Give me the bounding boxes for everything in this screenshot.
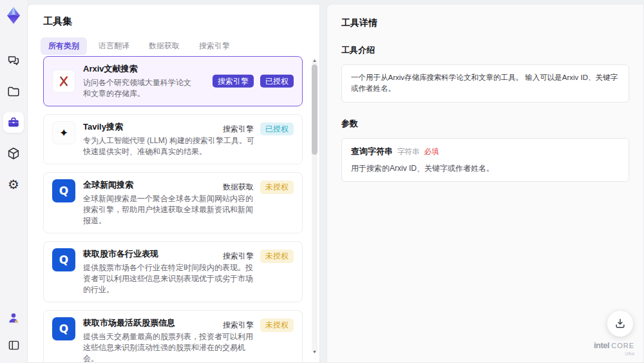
panel-collapse-icon (7, 338, 21, 352)
sidebar: ⚙ (0, 0, 27, 363)
tool-category-badge: 搜索引擎 (213, 75, 254, 88)
param-name: 查询字符串 (351, 146, 393, 157)
tool-category-label: 搜索引擎 (223, 251, 254, 262)
tab-all-categories[interactable]: 所有类别 (41, 37, 87, 55)
news-q-icon: Q (52, 317, 75, 340)
avatar-icon (6, 311, 21, 325)
tool-auth-badge: 未授权 (260, 181, 294, 193)
intro-heading: 工具介绍 (341, 44, 629, 56)
details-panel: 工具详情 工具介绍 一个用于从Arxiv存储库搜索科学论文和文章的工具。 输入可… (327, 4, 644, 363)
sidebar-item-profile[interactable] (3, 308, 24, 328)
folder-icon (6, 84, 21, 99)
sidebar-item-packages[interactable] (3, 143, 24, 164)
sidebar-item-toolset[interactable] (3, 112, 24, 133)
tool-title: Arxiv文献搜索 (83, 63, 197, 75)
briefcase-icon (6, 115, 21, 130)
intel-core-logo: intelCORE Ultra (594, 340, 634, 356)
param-description: 用于搜索的Arxiv ID、关键字或作者姓名。 (351, 163, 620, 174)
tool-card-active-stocks[interactable]: Q 获取市场最活跃股票信息 提供当天交易量最高的股票列表，投资者可以利用这些信息… (43, 310, 303, 363)
param-card: 查询字符串 字符串 必填 用于搜索的Arxiv ID、关键字或作者姓名。 (341, 138, 629, 182)
tool-auth-badge: 未授权 (260, 250, 294, 262)
tab-language-translation[interactable]: 语言翻译 (91, 37, 137, 55)
tool-description: 访问各个研究领域大量科学论文和文章的存储库。 (83, 77, 197, 99)
download-icon (614, 317, 627, 330)
tool-card-global-news[interactable]: Q 全球新闻搜索 全球新闻搜索是一个聚合全球各大新闻网站内容的搜索引擎，帮助用户… (43, 172, 303, 233)
tavily-star-icon: ✦ (52, 121, 75, 144)
intro-card: 一个用于从Arxiv存储库搜索科学论文和文章的工具。 输入可以是Arxiv ID… (341, 64, 629, 103)
tool-card-sector-performance[interactable]: Q 获取股市各行业表现 提供股票市场各个行业在特定时间段内的表现。投资者可以利用… (43, 241, 303, 302)
list-scrollbar[interactable]: ▲ ▼ (312, 59, 317, 353)
tool-category-label: 搜索引擎 (223, 124, 254, 135)
tool-card-tavily[interactable]: ✦ Tavily搜索 专为人工智能代理 (LLM) 构建的搜索引擎工具。可快速提… (43, 114, 303, 164)
page-title: 工具集 (43, 15, 319, 28)
cube-icon (6, 146, 21, 161)
intro-text: 一个用于从Arxiv存储库搜索科学论文和文章的工具。 输入可以是Arxiv ID… (351, 72, 620, 95)
app-logo (5, 6, 23, 25)
news-q-icon: Q (52, 179, 75, 202)
gear-icon: ⚙ (8, 178, 19, 191)
download-button[interactable] (607, 311, 633, 337)
scrollbar-down-icon[interactable]: ▼ (312, 349, 317, 355)
scrollbar-up-icon[interactable]: ▲ (312, 57, 317, 63)
toolset-panel: 工具集 所有类别 语言翻译 数据获取 搜索引擎 Arxiv文献搜索 访问各个研究… (27, 4, 320, 363)
param-type: 字符串 (397, 147, 420, 157)
params-heading: 参数 (341, 118, 629, 130)
sidebar-item-chat[interactable] (3, 50, 24, 71)
sidebar-item-collapse[interactable] (3, 335, 24, 355)
arxiv-logo-icon (52, 70, 75, 93)
sidebar-item-settings[interactable]: ⚙ (3, 174, 24, 195)
tool-card-arxiv[interactable]: Arxiv文献搜索 访问各个研究领域大量科学论文和文章的存储库。 搜索引擎 已授… (43, 56, 303, 106)
tool-category-label: 搜索引擎 (223, 320, 254, 331)
tool-description: 专为人工智能代理 (LLM) 构建的搜索引擎工具。可快速提供实时、准确和真实的结… (83, 135, 256, 157)
tab-search-engine[interactable]: 搜索引擎 (191, 37, 238, 55)
scrollbar-thumb[interactable] (312, 64, 317, 155)
tool-auth-badge: 未授权 (260, 319, 294, 331)
tool-description: 提供当天交易量最高的股票列表，投资者可以利用这些信息来识别流动性强的股票和潜在的… (83, 331, 256, 363)
details-title: 工具详情 (341, 17, 629, 29)
tool-category-label: 数据获取 (223, 182, 254, 193)
category-tabs: 所有类别 语言翻译 数据获取 搜索引擎 (41, 37, 319, 55)
param-required-badge: 必填 (424, 147, 439, 157)
chat-icon (6, 54, 21, 68)
tool-auth-badge: 已授权 (260, 75, 294, 88)
sidebar-item-files[interactable] (3, 81, 24, 102)
news-q-icon: Q (52, 248, 75, 271)
tool-auth-badge: 已授权 (260, 123, 294, 135)
tool-description: 提供股票市场各个行业在特定时间段内的表现。投资者可以利用这些信息来识别表现优于或… (83, 262, 256, 295)
tool-list: Arxiv文献搜索 访问各个研究领域大量科学论文和文章的存储库。 搜索引擎 已授… (43, 56, 303, 362)
tab-data-acquisition[interactable]: 数据获取 (141, 37, 187, 55)
tool-description: 全球新闻搜索是一个聚合全球各大新闻网站内容的搜索引擎，帮助用户快速获取全球最新资… (83, 193, 256, 226)
